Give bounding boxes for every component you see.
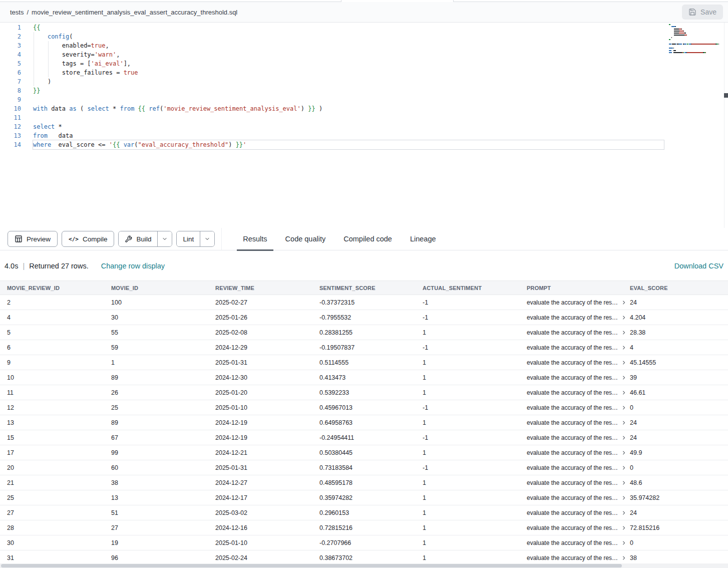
cell-movie-review-id: 10 [0, 374, 104, 381]
lint-dropdown-button[interactable] [200, 231, 214, 246]
table-row: 28272024-12-160.728152161evaluate the ac… [0, 520, 728, 535]
cell-movie-review-id: 20 [0, 464, 104, 471]
cell-sentiment-score: 0.72815216 [312, 524, 416, 531]
cell-sentiment-score: 0.35974282 [312, 494, 416, 501]
line-number: 1 [0, 23, 21, 32]
save-icon [688, 8, 696, 16]
cell-movie-review-id: 31 [0, 554, 104, 561]
code-line[interactable]: config( [33, 32, 668, 41]
code-line[interactable]: ) [33, 77, 668, 86]
cell-movie-id: 100 [104, 299, 208, 306]
code-line[interactable]: severity='warn', [33, 50, 668, 59]
column-header: ACTUAL_SENTIMENT [416, 285, 520, 291]
cell-sentiment-score: 0.45967013 [312, 404, 416, 411]
cell-review-time: 2025-01-20 [208, 389, 312, 396]
cell-actual-sentiment: 1 [416, 479, 520, 486]
cell-movie-review-id: 6 [0, 344, 104, 351]
cell-prompt: evaluate the accuracy of the res… [520, 509, 623, 516]
cell-prompt: evaluate the accuracy of the res… [520, 494, 623, 501]
code-brackets-icon: </> [69, 236, 79, 242]
results-tab-bar: ResultsCode qualityCompiled codeLineage [237, 228, 448, 250]
code-editor[interactable]: 1234567891011121314 {{ config( enabled=t… [0, 23, 728, 228]
cell-review-time: 2025-01-26 [208, 314, 312, 321]
cell-eval-score: 35.974282 [623, 494, 728, 501]
code-line[interactable]: with data as ( select * from {{ ref('mov… [33, 104, 668, 113]
cell-prompt: evaluate the accuracy of the res… [520, 479, 623, 486]
cell-sentiment-score: 0.48595178 [312, 479, 416, 486]
cell-actual-sentiment: 1 [416, 449, 520, 456]
minimap-line [669, 24, 722, 25]
cell-eval-score: 28.38 [623, 329, 728, 336]
line-number: 3 [0, 41, 21, 50]
cell-actual-sentiment: 1 [416, 389, 520, 396]
minimap-line [669, 33, 722, 34]
table-row: 20602025-01-310.73183584-1evaluate the a… [0, 460, 728, 475]
build-button[interactable]: Build [119, 231, 157, 246]
cell-prompt: evaluate the accuracy of the res… [520, 389, 623, 396]
cell-sentiment-score: -0.24954411 [312, 434, 416, 441]
cell-movie-id: 30 [104, 314, 208, 321]
cell-eval-score: 24 [623, 509, 728, 516]
code-line[interactable] [33, 95, 668, 104]
lint-button[interactable]: Lint [177, 231, 200, 246]
table-row: 5552025-02-080.283812551evaluate the acc… [0, 325, 728, 340]
query-duration: 4.0s [5, 262, 18, 270]
compile-button[interactable]: </> Compile [62, 231, 114, 247]
horizontal-scrollbar-thumb[interactable] [1, 564, 622, 567]
column-header: SENTIMENT_SCORE [312, 285, 416, 291]
cell-review-time: 2024-12-19 [208, 419, 312, 426]
rows-returned-text: Returned 27 rows. [29, 262, 88, 270]
cell-movie-review-id: 21 [0, 479, 104, 486]
code-line[interactable] [33, 113, 668, 122]
cell-movie-id: 59 [104, 344, 208, 351]
change-row-display-link[interactable]: Change row display [101, 262, 165, 270]
code-area[interactable]: {{ config( enabled=true, severity='warn'… [33, 23, 668, 149]
prompt-preview-text: evaluate the accuracy of the res… [527, 389, 618, 396]
chevron-down-icon [162, 236, 168, 242]
cell-prompt: evaluate the accuracy of the res… [520, 314, 623, 321]
tab-code-quality[interactable]: Code quality [279, 228, 332, 250]
code-line[interactable]: {{ [33, 23, 668, 32]
minimap[interactable] [669, 24, 722, 54]
column-header: MOVIE_ID [104, 285, 208, 291]
cell-review-time: 2024-12-27 [208, 479, 312, 486]
code-line[interactable]: enabled=true, [33, 41, 668, 50]
cell-movie-review-id: 11 [0, 389, 104, 396]
tab-compiled-code[interactable]: Compiled code [337, 228, 398, 250]
download-csv-link[interactable]: Download CSV [674, 262, 723, 270]
cell-prompt: evaluate the accuracy of the res… [520, 404, 623, 411]
cell-eval-score: 72.815216 [623, 524, 728, 531]
code-line[interactable]: tags = ['ai_eval'], [33, 59, 668, 68]
code-line[interactable]: }} [33, 86, 668, 95]
cell-eval-score: 24 [623, 419, 728, 426]
line-number: 6 [0, 68, 21, 77]
preview-button[interactable]: Preview [8, 231, 58, 247]
table-row: 912025-01-310.51145551evaluate the accur… [0, 355, 728, 370]
cell-movie-id: 38 [104, 479, 208, 486]
code-line[interactable]: select * [33, 122, 668, 131]
table-row: 13892024-12-190.649587631evaluate the ac… [0, 415, 728, 430]
editor-scrollbar[interactable] [724, 23, 728, 228]
cell-actual-sentiment: 1 [416, 419, 520, 426]
build-dropdown-button[interactable] [157, 231, 172, 246]
code-line[interactable]: from data [33, 131, 668, 140]
line-number: 11 [0, 113, 21, 122]
minimap-line [669, 41, 722, 42]
code-line[interactable]: store_failures = true [33, 68, 668, 77]
cell-sentiment-score: 0.2960153 [312, 509, 416, 516]
tab-lineage[interactable]: Lineage [404, 228, 442, 250]
cell-movie-id: 19 [104, 539, 208, 546]
line-number: 2 [0, 32, 21, 41]
cell-review-time: 2024-12-21 [208, 449, 312, 456]
cell-actual-sentiment: 1 [416, 329, 520, 336]
horizontal-scrollbar[interactable] [0, 563, 728, 568]
save-button[interactable]: Save [682, 5, 723, 20]
code-line[interactable]: where eval_score <= '{{ var("eval_accura… [33, 140, 664, 149]
prompt-preview-text: evaluate the accuracy of the res… [527, 359, 618, 366]
cell-eval-score: 38 [623, 554, 728, 561]
cell-review-time: 2024-12-19 [208, 434, 312, 441]
table-row: 11262025-01-200.53922331evaluate the acc… [0, 385, 728, 400]
query-status-bar: 4.0s | Returned 27 rows. Change row disp… [0, 251, 728, 280]
tab-results[interactable]: Results [237, 228, 273, 250]
minimap-line [669, 39, 722, 40]
